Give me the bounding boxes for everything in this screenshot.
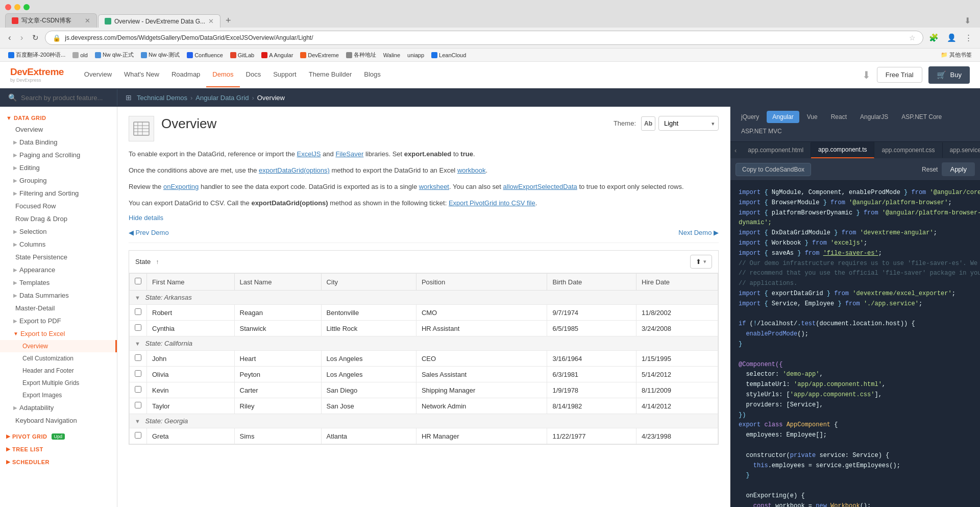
sidebar-item-appearance[interactable]: ▶ Appearance xyxy=(0,263,117,276)
sidebar-item-grouping[interactable]: ▶ Grouping xyxy=(0,174,117,187)
browser-tab-csdn[interactable]: 写文章-CSDN博客 ✕ xyxy=(5,13,97,28)
fw-tab-aspnet-core[interactable]: ASP.NET Core xyxy=(896,111,947,123)
back-button[interactable]: ‹ xyxy=(5,32,14,44)
star-icon[interactable]: ☆ xyxy=(909,34,916,42)
minimize-traffic-light[interactable] xyxy=(14,4,20,10)
file-tab-html[interactable]: app.component.html xyxy=(741,142,811,158)
address-bar[interactable]: 🔒 js.devexpress.com/Demos/WidgetsGallery… xyxy=(45,31,923,45)
sidebar-item-columns[interactable]: ▶ Columns xyxy=(0,238,117,251)
apply-button[interactable]: Apply xyxy=(942,162,975,176)
free-trial-button[interactable]: Free Trial xyxy=(877,67,922,83)
hide-details-link[interactable]: Hide details xyxy=(129,214,719,222)
sidebar-item-adaptability[interactable]: ▶ Adaptability xyxy=(0,401,117,414)
sidebar-item-overview[interactable]: Overview xyxy=(0,123,117,136)
on-exporting-link[interactable]: onExporting xyxy=(163,183,199,190)
allow-export-link[interactable]: allowExportSelectedData xyxy=(503,183,577,190)
new-tab-button[interactable]: + xyxy=(222,15,235,26)
search-input[interactable] xyxy=(21,94,108,102)
theme-select[interactable]: Light Dark Generic Light Generic Dark xyxy=(658,116,719,131)
fw-tab-vue[interactable]: Vue xyxy=(801,111,823,123)
sidebar-item-export-excel[interactable]: ▼ Export to Excel xyxy=(0,327,117,340)
tab-close-csdn[interactable]: ✕ xyxy=(85,17,90,25)
tab-close-devextreme[interactable]: ✕ xyxy=(208,17,214,25)
fw-tab-angular[interactable]: Angular xyxy=(767,111,799,123)
sidebar-sub-item-export-images[interactable]: Export Images xyxy=(0,389,117,401)
export-button[interactable]: ⬆ ▾ xyxy=(690,255,712,269)
forward-button[interactable]: › xyxy=(17,32,27,44)
group-toggle-arkansas[interactable]: ▼ xyxy=(135,295,140,301)
breadcrumb-link-angular[interactable]: Angular Data Grid xyxy=(195,94,249,102)
group-toggle-california[interactable]: ▼ xyxy=(135,341,140,347)
nav-item-demos[interactable]: Demos xyxy=(206,62,239,87)
sidebar-item-selection[interactable]: ▶ Selection xyxy=(0,225,117,238)
file-tab-service[interactable]: app.service.ts xyxy=(943,142,980,158)
workbook-link[interactable]: workbook xyxy=(457,166,486,174)
filesaver-link[interactable]: FileSaver xyxy=(335,150,363,158)
bookmark-confluence[interactable]: Confluence xyxy=(184,51,226,59)
prev-demo-button[interactable]: ◀ Prev Demo xyxy=(129,229,169,236)
sidebar-item-state-persistence[interactable]: State Persistence xyxy=(0,251,117,263)
sidebar-section-data-grid[interactable]: ▼ DATA GRID xyxy=(0,111,117,123)
bookmark-various[interactable]: 各种地址 xyxy=(343,50,379,60)
sidebar-item-focused-row[interactable]: Focused Row xyxy=(0,200,117,212)
sidebar-item-keyboard-navigation[interactable]: Keyboard Navigation xyxy=(0,414,117,427)
select-all-checkbox[interactable] xyxy=(135,278,141,284)
csv-link[interactable]: Export PivotGrid into CSV file xyxy=(449,199,535,207)
bookmark-translate[interactable]: 百度翻译-200种语... xyxy=(5,50,68,60)
collapse-icon[interactable]: ⬇ xyxy=(960,16,975,26)
sidebar-sub-item-cell-customization[interactable]: Cell Customization xyxy=(0,352,117,365)
sidebar-item-templates[interactable]: ▶ Templates xyxy=(0,276,117,289)
close-traffic-light[interactable] xyxy=(5,4,11,10)
sidebar-item-data-binding[interactable]: ▶ Data Binding xyxy=(0,136,117,149)
bookmark-waline[interactable]: Waline xyxy=(380,51,403,59)
sidebar-item-filtering[interactable]: ▶ Filtering and Sorting xyxy=(0,187,117,200)
sidebar-item-export-pdf[interactable]: ▶ Export to PDF xyxy=(0,315,117,327)
nav-item-docs[interactable]: Docs xyxy=(240,62,267,87)
nav-item-roadmap[interactable]: Roadmap xyxy=(165,62,206,87)
sidebar-section-pivot-grid[interactable]: ▶ PIVOT GRID Upd xyxy=(0,429,117,442)
sidebar-sub-item-header-footer[interactable]: Header and Footer xyxy=(0,365,117,377)
fw-tab-aspnet-mvc[interactable]: ASP.NET MVC xyxy=(736,125,788,137)
bookmark-uniapp[interactable]: uniapp xyxy=(404,51,427,59)
nav-item-support[interactable]: Support xyxy=(267,62,303,87)
breadcrumb-link-technical[interactable]: Technical Demos xyxy=(137,94,187,102)
fw-tab-angularjs[interactable]: AngularJS xyxy=(854,111,894,123)
browser-tab-devextreme[interactable]: Overview - DevExtreme Data G... ✕ xyxy=(98,14,220,28)
bookmark-gitlab[interactable]: GitLab xyxy=(227,51,257,59)
more-menu-button[interactable]: ⋮ xyxy=(962,32,975,43)
worksheet-link[interactable]: worksheet xyxy=(419,183,449,190)
file-tab-ts[interactable]: app.component.ts xyxy=(811,142,874,158)
bookmark-devextreme[interactable]: DevExtreme xyxy=(297,51,342,59)
profile-button[interactable]: 👤 xyxy=(944,32,959,43)
sidebar-sub-item-overview[interactable]: Overview xyxy=(0,340,117,352)
fw-tab-react[interactable]: React xyxy=(825,111,852,123)
group-toggle-georgia[interactable]: ▼ xyxy=(135,418,140,424)
sidebar-section-scheduler[interactable]: ▶ SCHEDULER xyxy=(0,454,117,467)
sidebar-item-master-detail[interactable]: Master-Detail xyxy=(0,302,117,315)
nav-item-overview[interactable]: Overview xyxy=(78,62,118,87)
exceljs-link[interactable]: ExcelJS xyxy=(297,150,321,158)
sidebar-item-data-summaries[interactable]: ▶ Data Summaries xyxy=(0,289,117,302)
bookmark-qlw-main[interactable]: Nw qlw-正式 xyxy=(92,50,137,60)
extensions-button[interactable]: 🧩 xyxy=(926,32,941,43)
reset-button[interactable]: Reset xyxy=(922,166,938,173)
maximize-traffic-light[interactable] xyxy=(23,4,30,10)
nav-item-theme-builder[interactable]: Theme Builder xyxy=(303,62,358,87)
export-method-link[interactable]: exportDataGrid(options) xyxy=(259,166,330,174)
bookmark-leancloud[interactable]: LeanCloud xyxy=(428,51,469,59)
sidebar-item-editing[interactable]: ▶ Editing xyxy=(0,161,117,174)
dx-logo[interactable]: DevExtreme by DevExpress xyxy=(10,67,64,83)
bookmark-qlw-test[interactable]: Nw qlw-测试 xyxy=(138,50,183,60)
file-tabs-prev[interactable]: ‹ xyxy=(730,142,741,158)
refresh-button[interactable]: ↻ xyxy=(29,32,42,43)
sidebar-section-tree-list[interactable]: ▶ TREE LIST xyxy=(0,442,117,454)
file-tab-css[interactable]: app.component.css xyxy=(874,142,942,158)
copy-codesandbox-button[interactable]: Copy to CodeSandBox xyxy=(736,163,811,176)
sidebar-sub-item-export-multiple[interactable]: Export Multiple Grids xyxy=(0,377,117,389)
sidebar-item-row-drag[interactable]: Row Drag & Drop xyxy=(0,212,117,225)
other-bookmarks[interactable]: 📁 其他书签 xyxy=(938,50,975,60)
buy-button[interactable]: 🛒 Buy xyxy=(928,66,970,84)
bookmark-old[interactable]: old xyxy=(69,51,91,59)
next-demo-button[interactable]: Next Demo ▶ xyxy=(678,229,719,236)
sidebar-item-paging[interactable]: ▶ Paging and Scrolling xyxy=(0,149,117,161)
